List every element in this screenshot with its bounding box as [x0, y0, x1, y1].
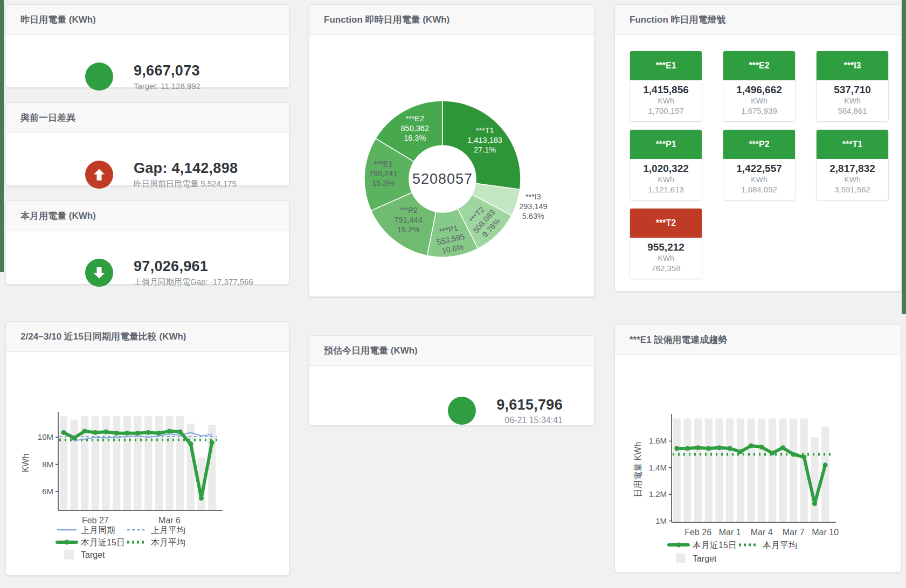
- svg-text:8M: 8M: [42, 460, 53, 469]
- panel-yesterday-lights: Function 昨日用電燈號 ***E11,415,856KWh1,700,1…: [614, 4, 901, 292]
- light-card-value: 1,496,662: [725, 84, 793, 96]
- panel-title: 預估今日用電量 (KWh): [309, 336, 594, 366]
- svg-text:Mar 10: Mar 10: [812, 528, 839, 537]
- svg-text:***I3293,1495.63%: ***I3293,1495.63%: [519, 192, 547, 220]
- panel-month-usage: 本月用電量 (KWh) 97,026,961 上個月同期用電Gap: -17,3…: [5, 200, 289, 285]
- svg-text:本月平均: 本月平均: [763, 541, 797, 550]
- light-card: ***I3537,710KWh584,861: [816, 51, 889, 122]
- light-card: ***E11,415,856KWh1,700,157: [630, 51, 702, 122]
- light-card-unit: KWh: [819, 175, 886, 184]
- light-card-unit: KWh: [725, 175, 793, 184]
- panel-compare-15day: 2/24~3/10 近15日同期用電量比較 (KWh) 6M8M10MFeb 2…: [5, 321, 289, 576]
- light-card: ***T12,817,832KWh3,591,562: [816, 129, 889, 200]
- light-card-unit: KWh: [819, 96, 886, 105]
- svg-text:1.4M: 1.4M: [649, 463, 667, 472]
- svg-text:1.2M: 1.2M: [649, 489, 667, 499]
- e1-trend-chart: 1M1.2M1.4M1.6MFeb 26Mar 1Mar 4Mar 7Mar 1…: [615, 355, 901, 572]
- light-card-title: ***P1: [630, 130, 702, 159]
- light-card-title: ***E1: [630, 51, 702, 80]
- light-card: ***E21,496,662KWh1,675,939: [723, 51, 796, 122]
- svg-text:Mar 6: Mar 6: [158, 516, 181, 525]
- light-card-value: 537,710: [819, 84, 886, 96]
- light-card-body: 1,496,662KWh1,675,939: [723, 80, 795, 121]
- svg-text:KWh: KWh: [21, 454, 30, 473]
- svg-text:Feb 26: Feb 26: [684, 528, 711, 537]
- panel-title: ***E1 設備用電達成趨勢: [615, 325, 901, 355]
- light-card-title: ***E2: [723, 51, 795, 80]
- panel-title: 2/24~3/10 近15日同期用電量比較 (KWh): [6, 322, 289, 352]
- light-card-target: 584,861: [819, 106, 886, 115]
- light-card-target: 1,684,092: [725, 185, 793, 194]
- svg-text:5208057: 5208057: [412, 171, 473, 187]
- panel-estimate-today: 預估今日用電量 (KWh) 9,615,796 06-21 15:34:41: [309, 335, 594, 426]
- svg-text:上月同期: 上月同期: [81, 525, 115, 535]
- panel-title: Function 昨日用電燈號: [615, 5, 901, 35]
- light-card-value: 1,415,856: [632, 84, 700, 96]
- light-card-unit: KWh: [632, 254, 700, 262]
- svg-text:日用電量 KWh: 日用電量 KWh: [633, 442, 642, 497]
- svg-text:Feb 27: Feb 27: [82, 516, 109, 525]
- light-card-target: 1,121,613: [632, 185, 700, 194]
- light-card-title: ***T1: [817, 130, 888, 159]
- estimate-timestamp: 06-21 15:34:41: [496, 416, 563, 425]
- light-card-title: ***T2: [630, 209, 702, 238]
- month-usage-value: 97,026,961: [134, 258, 253, 275]
- light-card: ***P21,422,557KWh1,684,092: [723, 129, 796, 200]
- arrow-down-icon: [85, 259, 113, 287]
- light-card-body: 955,212KWh762,358: [630, 238, 702, 279]
- light-card-unit: KWh: [632, 175, 700, 184]
- svg-text:6M: 6M: [42, 487, 53, 496]
- month-usage-subtext: 上個月同期用電Gap: -17,377,566: [134, 277, 253, 287]
- panel-title: Function 即時日用電量 (KWh): [309, 5, 594, 35]
- lights-grid: ***E11,415,856KWh1,700,157***E21,496,662…: [615, 35, 901, 279]
- estimate-today-value: 9,615,796: [496, 397, 563, 413]
- status-circle-icon: [85, 63, 113, 91]
- light-card-value: 2,817,832: [819, 163, 886, 175]
- realtime-usage-donut-chart: ***T11,413,18327.1%***I3293,1495.63%***T…: [309, 35, 594, 297]
- panel-realtime-donut: Function 即時日用電量 (KWh) ***T11,413,18327.1…: [309, 4, 594, 297]
- dashboard: 昨日用電量 (KWh) 9,667,073 Target: 11,128,992…: [0, 0, 906, 588]
- scrollbar[interactable]: [902, 0, 906, 314]
- svg-text:本月近15日: 本月近15日: [81, 538, 125, 547]
- svg-text:Mar 7: Mar 7: [783, 528, 805, 537]
- svg-text:1M: 1M: [655, 516, 667, 525]
- arrow-up-icon: [85, 161, 113, 189]
- panel-day-gap: 與前一日差異 Gap: 4,142,898 昨日與前日用電量 5,524,175: [5, 102, 289, 186]
- yesterday-usage-target: Target: 11,128,992: [134, 81, 200, 91]
- light-card-value: 1,020,322: [632, 163, 700, 175]
- light-card-target: 1,675,939: [725, 106, 793, 115]
- light-card-target: 3,591,562: [819, 185, 886, 194]
- day-gap-subtext: 昨日與前日用電量 5,524,175: [134, 179, 238, 189]
- light-card-title: ***I3: [817, 51, 888, 80]
- svg-text:本月平均: 本月平均: [151, 538, 185, 547]
- svg-text:10M: 10M: [38, 432, 53, 441]
- svg-text:本月近15日: 本月近15日: [693, 541, 737, 550]
- light-card-value: 1,422,557: [725, 163, 793, 175]
- svg-text:Mar 4: Mar 4: [751, 528, 773, 537]
- yesterday-usage-value: 9,667,073: [134, 63, 200, 79]
- compare-15day-chart: 6M8M10MFeb 27Mar 6KWh上月同期上月平均本月近15日本月平均T…: [6, 352, 289, 575]
- light-card-value: 955,212: [632, 241, 700, 253]
- svg-text:Mar 1: Mar 1: [719, 528, 741, 537]
- left-edge-strip: [0, 0, 4, 272]
- svg-text:Target: Target: [81, 550, 105, 559]
- svg-text:Target: Target: [693, 554, 717, 563]
- panel-yesterday-usage: 昨日用電量 (KWh) 9,667,073 Target: 11,128,992: [5, 4, 289, 88]
- light-card: ***T2955,212KWh762,358: [630, 208, 702, 279]
- light-card-body: 1,020,322KWh1,121,613: [630, 159, 702, 200]
- light-card-title: ***P2: [723, 130, 795, 159]
- day-gap-value: Gap: 4,142,898: [134, 160, 238, 177]
- svg-text:上月平均: 上月平均: [151, 525, 185, 535]
- light-card-target: 762,358: [632, 264, 700, 273]
- status-circle-icon: [448, 397, 476, 425]
- light-card-body: 537,710KWh584,861: [817, 80, 888, 121]
- svg-text:1.6M: 1.6M: [649, 436, 667, 445]
- light-card-unit: KWh: [725, 96, 793, 105]
- light-card: ***P11,020,322KWh1,121,613: [630, 129, 702, 200]
- light-card-body: 1,415,856KWh1,700,157: [630, 80, 702, 121]
- light-card-body: 2,817,832KWh3,591,562: [817, 159, 888, 200]
- light-card-body: 1,422,557KWh1,684,092: [723, 159, 795, 200]
- light-card-unit: KWh: [632, 96, 700, 105]
- light-card-target: 1,700,157: [632, 106, 700, 115]
- panel-title: 與前一日差異: [6, 103, 289, 133]
